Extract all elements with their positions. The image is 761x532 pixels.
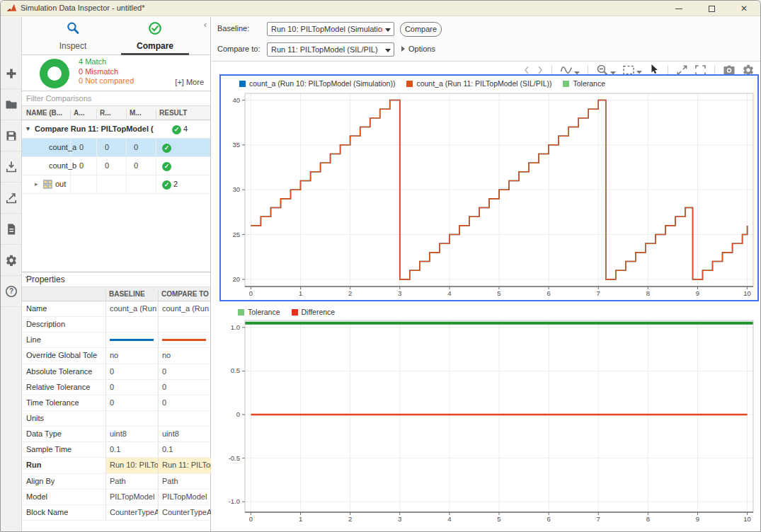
group-result-count: 4 bbox=[183, 125, 188, 133]
comparison-row-count_b[interactable]: count_b000✓ bbox=[22, 157, 210, 175]
signal-name: count_a bbox=[49, 143, 76, 151]
comparison-row-out[interactable]: ▸out✓2 bbox=[22, 175, 210, 194]
compare-button[interactable]: Compare bbox=[400, 22, 442, 37]
property-label: Units bbox=[26, 414, 44, 422]
match-badge-icon: ✓ bbox=[162, 144, 171, 153]
svg-text:1: 1 bbox=[299, 515, 302, 523]
baseline-cell: PILTopModel bbox=[105, 490, 158, 504]
tab-compare[interactable]: Compare bbox=[117, 17, 193, 55]
compare-cell: CounterTypeA bbox=[158, 505, 211, 520]
baseline-cell bbox=[105, 411, 158, 426]
property-row-line[interactable]: Line bbox=[22, 332, 210, 348]
maximize-button[interactable] bbox=[695, 1, 728, 16]
export-icon bbox=[5, 192, 18, 204]
baseline-cell: 0.1 bbox=[105, 442, 158, 457]
folder-open-icon bbox=[5, 98, 18, 111]
import-icon bbox=[5, 161, 18, 173]
property-row-align-by[interactable]: Align ByPathPath bbox=[22, 474, 210, 490]
preferences-gear-button[interactable] bbox=[1, 245, 21, 276]
svg-text:5: 5 bbox=[497, 515, 500, 523]
svg-text:6: 6 bbox=[547, 289, 550, 297]
filter-comparisons-input[interactable]: Filter Comparisons bbox=[22, 91, 210, 106]
tab-inspect[interactable]: Inspect bbox=[35, 17, 111, 55]
baseline-cell: Path bbox=[105, 474, 158, 489]
properties-panel: Properties BASELINE COMPARE TO Namecount… bbox=[22, 272, 210, 531]
col-name[interactable]: NAME (B... bbox=[26, 109, 62, 117]
not-compared-count: 0 Not compared bbox=[79, 76, 134, 86]
property-row-override-global-tole[interactable]: Override Global Tolenono bbox=[22, 348, 210, 364]
expander-open-icon[interactable]: ▾ bbox=[26, 125, 30, 132]
svg-text:20: 20 bbox=[232, 275, 240, 283]
comparison-group-row[interactable]: ▾ Compare Run 11: PILTopModel ( ✓ 4 bbox=[22, 120, 210, 139]
compare-cell: 0 bbox=[158, 395, 211, 410]
save-button[interactable] bbox=[1, 120, 21, 151]
baseline-compare-plot[interactable]: count_a (Run 10: PILTopModel (Simulation… bbox=[219, 74, 759, 301]
property-row-data-type[interactable]: Data Typeuint8uint8 bbox=[22, 427, 210, 442]
minimize-button[interactable] bbox=[663, 1, 695, 16]
property-row-run[interactable]: RunRun 10: PILTopRun 11: PILTop bbox=[22, 458, 210, 473]
compare-cell: 0 bbox=[158, 364, 211, 379]
report-button[interactable] bbox=[1, 214, 21, 245]
property-label: Run bbox=[26, 461, 41, 469]
tab-bar: Inspect Compare ‹ bbox=[22, 17, 210, 55]
plot-canvas[interactable]: 0123456789102025303540 bbox=[221, 91, 755, 299]
more-button[interactable]: [+] More bbox=[175, 78, 204, 86]
legend-swatch bbox=[292, 309, 298, 316]
property-row-name[interactable]: Namecount_a (Run 1count_a (Run 1 bbox=[22, 301, 210, 317]
compare-line-swatch bbox=[162, 339, 206, 341]
property-row-absolute-tolerance[interactable]: Absolute Tolerance00 bbox=[22, 364, 210, 380]
svg-text:35: 35 bbox=[232, 141, 240, 149]
property-row-relative-tolerance[interactable]: Relative Tolerance00 bbox=[22, 380, 210, 395]
compare-cell bbox=[158, 332, 211, 347]
inspect-magnifier-icon bbox=[35, 21, 111, 38]
col-result[interactable]: RESULT bbox=[159, 109, 187, 117]
property-label: Sample Time bbox=[26, 445, 71, 453]
compare-cell: PILTopModel bbox=[158, 490, 211, 504]
legend-item: Tolerance bbox=[563, 79, 605, 88]
expander-closed-icon[interactable]: ▸ bbox=[35, 180, 38, 187]
legend-swatch bbox=[406, 81, 413, 87]
legend-item: Difference bbox=[292, 308, 336, 316]
legend-label: Tolerance bbox=[248, 308, 280, 316]
baseline-cell bbox=[105, 332, 158, 347]
dropdown-caret-icon bbox=[385, 28, 391, 32]
collapse-panel-icon[interactable]: ‹ bbox=[204, 19, 207, 30]
property-row-time-tolerance[interactable]: Time Tolerance00 bbox=[22, 395, 210, 411]
legend-label: count_a (Run 10: PILTopModel (Simulation… bbox=[249, 79, 395, 88]
options-expander[interactable]: Options bbox=[401, 45, 435, 53]
baseline-cell: 0 bbox=[105, 380, 158, 395]
plus-button[interactable] bbox=[1, 58, 21, 89]
main-toolbar: ? bbox=[1, 17, 22, 531]
property-label: Absolute Tolerance bbox=[26, 367, 92, 376]
svg-text:40: 40 bbox=[232, 96, 240, 104]
baseline-run-dropdown[interactable]: Run 10: PILTopModel (Simulation) bbox=[267, 22, 394, 36]
difference-plot[interactable]: ToleranceDifference012345678910-1.0-0.50… bbox=[219, 305, 759, 530]
tab-compare-label: Compare bbox=[137, 41, 173, 51]
property-row-model[interactable]: ModelPILTopModelPILTopModel bbox=[22, 490, 210, 505]
property-row-sample-time[interactable]: Sample Time0.10.1 bbox=[22, 442, 210, 458]
compare-setup-bar: Baseline: Run 10: PILTopModel (Simulatio… bbox=[212, 17, 760, 62]
col-max[interactable]: M... bbox=[130, 109, 142, 117]
close-button[interactable]: ✕ bbox=[728, 1, 760, 16]
properties-header[interactable]: Properties bbox=[22, 272, 210, 287]
legend-label: Tolerance bbox=[573, 79, 605, 88]
col-rel[interactable]: R... bbox=[100, 109, 111, 117]
rel-tol-value: 0 bbox=[105, 161, 109, 170]
options-label: Options bbox=[408, 45, 435, 53]
import-button[interactable] bbox=[1, 151, 21, 183]
export-button[interactable] bbox=[1, 183, 21, 214]
plot-canvas[interactable]: 012345678910-1.0-0.500.51.0 bbox=[219, 319, 755, 527]
folder-open-button[interactable] bbox=[1, 89, 21, 120]
abs-tol-value: 0 bbox=[79, 161, 84, 170]
baseline-label: Baseline: bbox=[217, 24, 249, 33]
help-button[interactable]: ? bbox=[1, 276, 21, 307]
property-row-units[interactable]: Units bbox=[22, 411, 210, 427]
col-abs[interactable]: A... bbox=[74, 109, 85, 117]
property-row-description[interactable]: Description bbox=[22, 317, 210, 332]
filter-placeholder: Filter Comparisons bbox=[26, 94, 91, 103]
comparison-row-count_a[interactable]: count_a000✓ bbox=[22, 139, 210, 157]
compare-to-run-dropdown[interactable]: Run 11: PILTopModel (SIL/PIL) bbox=[267, 42, 394, 57]
svg-text:5: 5 bbox=[497, 289, 500, 297]
property-row-block-name[interactable]: Block NameCounterTypeACounterTypeA bbox=[22, 505, 210, 521]
tab-inspect-label: Inspect bbox=[59, 41, 87, 51]
